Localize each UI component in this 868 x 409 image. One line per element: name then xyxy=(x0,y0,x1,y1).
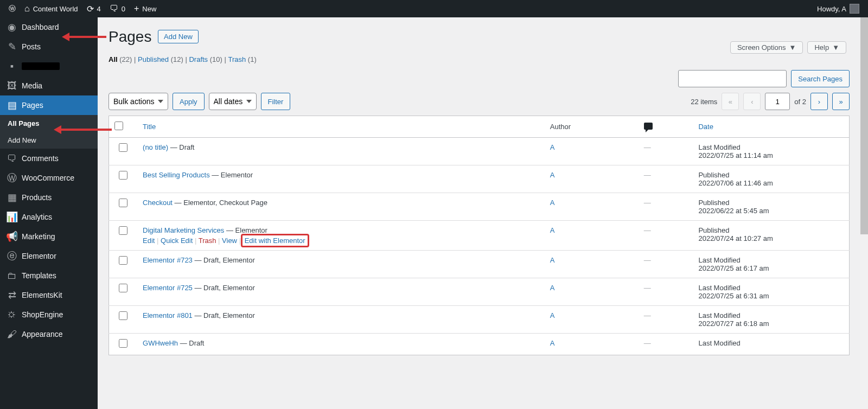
sidebar-item-pages[interactable]: ▤Pages xyxy=(0,95,98,115)
sidebar-item-posts[interactable]: ✎Posts xyxy=(0,37,98,56)
comments-count: — xyxy=(644,143,651,151)
table-row: Elementor #801 — Draft, ElementorA—Last … xyxy=(109,306,850,334)
page-title-link[interactable]: Digital Marketing Services xyxy=(143,226,224,234)
row-checkbox[interactable] xyxy=(119,311,127,320)
screen-options-button[interactable]: Screen Options▼ xyxy=(730,41,803,54)
site-name-link[interactable]: ⌂Content World xyxy=(20,0,82,17)
add-new-button[interactable]: Add New xyxy=(158,30,199,43)
table-row: GWHweHh — DraftA—Last Modified xyxy=(109,334,850,355)
row-checkbox[interactable] xyxy=(119,171,127,180)
row-checkbox[interactable] xyxy=(119,199,127,207)
page-title-link[interactable]: Elementor #723 xyxy=(143,256,193,264)
row-checkbox[interactable] xyxy=(119,256,127,265)
sidebar-item-analytics[interactable]: 📊Analytics xyxy=(0,207,98,227)
author-link[interactable]: A xyxy=(550,311,555,319)
page-title-link[interactable]: Checkout xyxy=(143,199,173,207)
filter-button[interactable]: Filter xyxy=(261,93,291,110)
col-title[interactable]: Title xyxy=(143,123,156,131)
author-link[interactable]: A xyxy=(550,199,555,207)
annotation-arrow-pages xyxy=(56,129,112,131)
row-checkbox[interactable] xyxy=(119,226,127,235)
author-link[interactable]: A xyxy=(550,143,555,151)
table-row: Best Selling Products — ElementorA—Publi… xyxy=(109,165,850,193)
row-checkbox[interactable] xyxy=(119,143,127,152)
sidebar-item-media[interactable]: 🖾Media xyxy=(0,76,98,95)
sidebar-item-woocommerce[interactable]: ⓌWooCommerce xyxy=(0,168,98,188)
filter-drafts[interactable]: Drafts xyxy=(189,55,208,63)
updates-link[interactable]: ⟳4 xyxy=(82,0,105,17)
edit-elementor-link[interactable]: Edit with Elementor xyxy=(245,237,305,245)
posts-icon: ✎ xyxy=(7,41,17,52)
date-filter-select[interactable]: All dates xyxy=(209,93,257,110)
dashboard-icon: ◉ xyxy=(7,22,17,33)
sidebar-item-products[interactable]: ▦Products xyxy=(0,188,98,207)
last-page-button[interactable]: » xyxy=(832,93,850,110)
comments-icon: 🗨 xyxy=(7,153,17,164)
comment-icon: 🗨 xyxy=(110,4,118,14)
wordpress-icon: ⓦ xyxy=(9,4,16,14)
wp-logo[interactable]: ⓦ xyxy=(4,0,20,17)
search-input[interactable] xyxy=(678,70,787,87)
author-link[interactable]: A xyxy=(550,284,555,292)
update-icon: ⟳ xyxy=(87,4,94,14)
vertical-scrollbar[interactable] xyxy=(860,17,868,409)
author-link[interactable]: A xyxy=(550,256,555,264)
table-row: Elementor #723 — Draft, ElementorA—Last … xyxy=(109,251,850,278)
table-row: Digital Marketing Services — ElementorEd… xyxy=(109,221,850,251)
author-link[interactable]: A xyxy=(550,226,555,234)
items-count: 22 items xyxy=(691,98,717,106)
avatar xyxy=(850,4,859,14)
page-title-link[interactable]: Elementor #725 xyxy=(143,284,193,292)
admin-bar: ⓦ ⌂Content World ⟳4 🗨0 +New Howdy, A xyxy=(0,0,868,17)
woocommerce-icon: Ⓦ xyxy=(7,172,17,183)
sidebar-item-templates[interactable]: 🗀Templates xyxy=(0,266,98,285)
help-button[interactable]: Help▼ xyxy=(807,41,846,54)
col-date[interactable]: Date xyxy=(698,123,713,131)
sidebar-item-redacted[interactable]: ▪ xyxy=(0,56,98,76)
sidebar-item-appearance[interactable]: 🖌Appearance xyxy=(0,324,98,344)
page-title-link[interactable]: (no title) xyxy=(143,143,168,151)
apply-button[interactable]: Apply xyxy=(173,93,205,110)
page-title-link[interactable]: Elementor #801 xyxy=(143,311,193,319)
comments-count: — xyxy=(644,199,651,207)
filter-trash[interactable]: Trash xyxy=(228,55,246,63)
view-link[interactable]: View xyxy=(222,237,237,245)
scrollbar-thumb[interactable] xyxy=(860,17,868,234)
next-page-button[interactable]: › xyxy=(810,93,828,110)
bulk-actions-select[interactable]: Bulk actions xyxy=(108,93,168,110)
edit-link[interactable]: Edit xyxy=(143,237,155,245)
plus-icon: + xyxy=(134,4,139,14)
pages-icon: ▤ xyxy=(7,100,17,111)
table-row: Checkout — Elementor, Checkout PageA—Pub… xyxy=(109,193,850,221)
appearance-icon: 🖌 xyxy=(7,329,17,340)
current-page-input[interactable] xyxy=(765,93,790,110)
sidebar-item-shopengine[interactable]: ⛭ShopEngine xyxy=(0,305,98,324)
submenu-item[interactable]: Add New xyxy=(0,132,98,149)
comments-count: — xyxy=(644,226,651,234)
filter-published[interactable]: Published xyxy=(138,55,169,63)
new-content-link[interactable]: +New xyxy=(130,0,161,17)
sidebar-item-comments[interactable]: 🗨Comments xyxy=(0,149,98,168)
filter-links: All (22) | Published (12) | Drafts (10) … xyxy=(108,55,850,63)
select-all-checkbox[interactable] xyxy=(114,122,123,130)
comments-link[interactable]: 🗨0 xyxy=(105,0,130,17)
howdy-account[interactable]: Howdy, A xyxy=(813,0,864,17)
search-pages-button[interactable]: Search Pages xyxy=(791,70,850,87)
comments-count: — xyxy=(644,339,651,347)
row-checkbox[interactable] xyxy=(119,339,127,348)
page-title-link[interactable]: GWHweHh xyxy=(143,339,178,347)
marketing-icon: 📢 xyxy=(7,231,17,242)
author-link[interactable]: A xyxy=(550,171,555,179)
sidebar-item-dashboard[interactable]: ◉Dashboard xyxy=(0,17,98,37)
sidebar-item-elementor[interactable]: ⓔElementor xyxy=(0,246,98,266)
row-checkbox[interactable] xyxy=(119,284,127,292)
quick-edit-link[interactable]: Quick Edit xyxy=(161,237,193,245)
sidebar-item-marketing[interactable]: 📢Marketing xyxy=(0,227,98,246)
sidebar-item-elementskit[interactable]: ⇄ElementsKit xyxy=(0,285,98,305)
page-title-link[interactable]: Best Selling Products xyxy=(143,171,210,179)
chevron-down-icon: ▼ xyxy=(832,43,839,52)
author-link[interactable]: A xyxy=(550,339,555,347)
prev-page-button: ‹ xyxy=(743,93,761,110)
shopengine-icon: ⛭ xyxy=(7,309,17,320)
trash-link[interactable]: Trash xyxy=(199,237,216,245)
